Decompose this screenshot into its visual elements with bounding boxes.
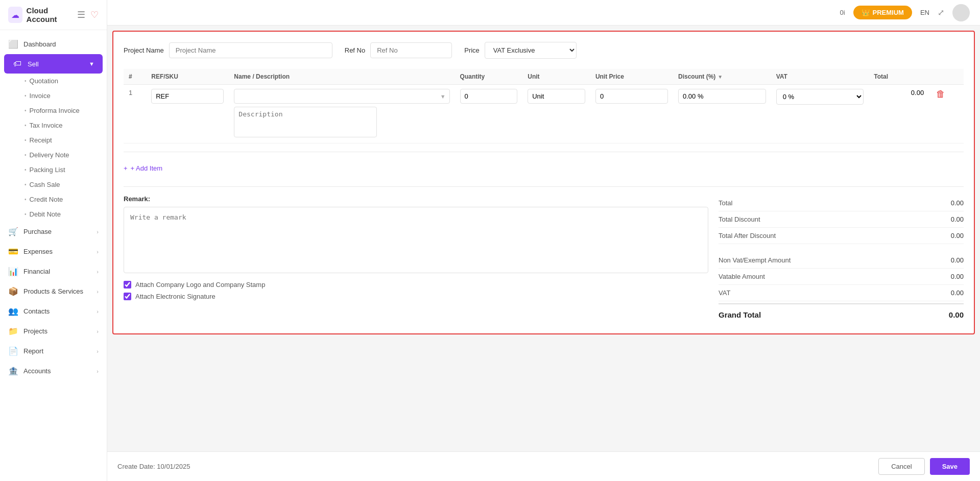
vatable-label: Vatable Amount	[719, 273, 765, 280]
discount-filter-icon: ▼	[718, 74, 723, 80]
col-price-header: Unit Price	[590, 69, 673, 85]
ref-no-input[interactable]	[370, 42, 452, 58]
expand-icon[interactable]: ⤢	[938, 8, 944, 17]
delete-cell: 🗑	[929, 85, 964, 143]
form-container: Project Name Ref No Price VAT Exclusive …	[112, 31, 975, 334]
sidebar-item-debit-note[interactable]: Debit Note	[16, 207, 107, 222]
grand-total-label: Grand Total	[719, 310, 761, 319]
menu-icon[interactable]: ☰	[77, 9, 85, 20]
sidebar-item-contacts[interactable]: 👥 Contacts ›	[0, 301, 107, 321]
total-cell: 0.00	[869, 85, 929, 143]
col-vat-header: VAT	[771, 69, 869, 85]
sidebar-item-products-services[interactable]: 📦 Products & Services ›	[0, 281, 107, 301]
non-vat-value: 0.00	[951, 256, 964, 264]
language-selector[interactable]: EN	[920, 9, 929, 16]
add-item-button[interactable]: + + Add Item	[124, 160, 964, 176]
total-value: 0.00	[951, 199, 964, 207]
sidebar-item-expenses[interactable]: 💳 Expenses ›	[0, 242, 107, 261]
sidebar-item-sell[interactable]: 🏷 Sell ▼	[4, 54, 103, 74]
attach-signature-checkbox[interactable]	[124, 293, 131, 300]
chevron-down-icon: ▼	[89, 61, 94, 67]
remark-label: Remark:	[124, 195, 708, 203]
delete-row-icon[interactable]: 🗑	[934, 87, 947, 101]
project-name-input[interactable]	[169, 42, 332, 58]
sidebar-item-quotation[interactable]: Quotation	[16, 74, 107, 88]
col-hash-header: #	[124, 69, 146, 85]
sidebar-item-purchase-label: Purchase	[23, 228, 91, 235]
attach-signature-label: Attach Electronic Signature	[135, 293, 216, 300]
sidebar-item-delivery-note[interactable]: Delivery Note	[16, 148, 107, 162]
sidebar-item-projects[interactable]: 📁 Projects ›	[0, 321, 107, 341]
cancel-button[interactable]: Cancel	[878, 458, 924, 475]
sidebar-item-invoice[interactable]: Invoice	[16, 88, 107, 103]
attach-logo-checkbox[interactable]	[124, 281, 131, 288]
avatar[interactable]	[952, 4, 970, 21]
project-name-label: Project Name	[124, 46, 164, 54]
sidebar-item-packing-list[interactable]: Packing List	[16, 162, 107, 177]
plus-icon: +	[124, 164, 128, 172]
attach-logo-checkbox-row[interactable]: Attach Company Logo and Company Stamp	[124, 281, 708, 288]
sidebar-item-tax-invoice[interactable]: Tax Invoice	[16, 118, 107, 133]
table-row: 1 ▼	[124, 85, 964, 143]
col-ref-header: REF/SKU	[146, 69, 229, 85]
grand-total-value: 0.00	[949, 310, 964, 319]
form-top-row: Project Name Ref No Price VAT Exclusive …	[124, 42, 964, 59]
attach-signature-checkbox-row[interactable]: Attach Electronic Signature	[124, 293, 708, 300]
footer: Create Date: 10/01/2025 Cancel Save	[107, 451, 980, 481]
products-icon: 📦	[8, 286, 18, 296]
sidebar-item-credit-note[interactable]: Credit Note	[16, 192, 107, 207]
sidebar-item-purchase[interactable]: 🛒 Purchase ›	[0, 222, 107, 242]
discount-input[interactable]	[678, 89, 766, 104]
vat-cell: 0 % 7 %	[771, 85, 869, 143]
total-row: Total 0.00	[719, 195, 964, 211]
vatable-row: Vatable Amount 0.00	[719, 269, 964, 285]
name-input[interactable]	[234, 89, 449, 104]
sidebar-item-receipt[interactable]: Receipt	[16, 133, 107, 148]
sidebar-item-dashboard[interactable]: ⬜ Dashboard	[0, 34, 107, 54]
chevron-right-icon: ›	[97, 229, 99, 235]
chevron-right-icon-3: ›	[97, 269, 99, 275]
sidebar-item-proforma-invoice[interactable]: Proforma Invoice	[16, 103, 107, 118]
sidebar-item-cash-sale[interactable]: Cash Sale	[16, 177, 107, 192]
sidebar-item-products-label: Products & Services	[23, 287, 91, 295]
col-action-header	[929, 69, 964, 85]
sidebar-item-financial[interactable]: 📊 Financial ›	[0, 261, 107, 281]
sidebar-item-report[interactable]: 📄 Report ›	[0, 341, 107, 361]
price-select[interactable]: VAT Exclusive VAT Inclusive No VAT	[485, 42, 577, 59]
sidebar: ☁ Cloud Account ☰ ♡ ⬜ Dashboard 🏷 Sell ▼…	[0, 0, 107, 481]
bottom-section: Remark: Attach Company Logo and Company …	[124, 195, 964, 323]
separator	[124, 152, 964, 152]
footer-actions: Cancel Save	[878, 458, 970, 475]
attach-logo-label: Attach Company Logo and Company Stamp	[135, 281, 265, 288]
sidebar-nav: ⬜ Dashboard 🏷 Sell ▼ Quotation Invoice P…	[0, 30, 107, 481]
remark-textarea[interactable]	[124, 207, 708, 273]
total-discount-label: Total Discount	[719, 215, 760, 223]
sidebar-item-accounts[interactable]: 🏦 Accounts ›	[0, 361, 107, 381]
remark-section: Remark: Attach Company Logo and Company …	[124, 195, 708, 323]
unit-price-input[interactable]	[595, 89, 668, 104]
ref-input[interactable]	[151, 89, 224, 104]
main-area: 0i 👑 PREMIUM EN ⤢ Project Name Ref No	[107, 0, 980, 481]
separator-2	[124, 186, 964, 187]
description-input[interactable]	[234, 107, 377, 137]
vat-select[interactable]: 0 % 7 %	[776, 89, 864, 105]
accounts-icon: 🏦	[8, 366, 18, 376]
vat-row: VAT 0.00	[719, 285, 964, 301]
grand-total-row: Grand Total 0.00	[719, 303, 964, 323]
chevron-right-icon-7: ›	[97, 348, 99, 354]
quantity-input[interactable]	[460, 89, 518, 104]
name-input-wrapper: ▼	[234, 89, 449, 104]
sidebar-item-expenses-label: Expenses	[23, 248, 91, 255]
add-item-label: + Add Item	[131, 164, 163, 172]
favorites-icon[interactable]: ♡	[90, 9, 99, 20]
chevron-right-icon-8: ›	[97, 368, 99, 374]
name-cell: ▼	[229, 85, 455, 143]
premium-button[interactable]: 👑 PREMIUM	[853, 6, 912, 19]
ref-cell	[146, 85, 229, 143]
totals-spacer	[719, 244, 964, 252]
save-button[interactable]: Save	[930, 458, 970, 475]
sidebar-item-projects-label: Projects	[23, 327, 91, 335]
unit-input[interactable]	[528, 89, 585, 104]
unit-price-cell	[590, 85, 673, 143]
notification-count[interactable]: 0i	[840, 9, 845, 16]
